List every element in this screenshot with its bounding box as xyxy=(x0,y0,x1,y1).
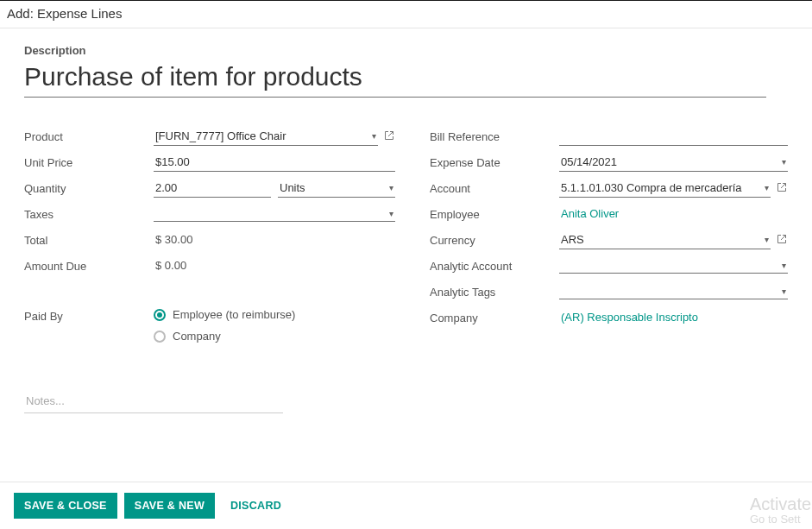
product-row: Product [FURN_7777] Office Chair ▾ xyxy=(24,125,395,148)
account-select[interactable]: 5.1.1.01.030 Compra de mercadería ▾ xyxy=(559,179,771,198)
paid-by-row: Paid By Employee (to reimburse) Company xyxy=(24,308,395,351)
total-value: $ 30.00 xyxy=(154,231,194,249)
expense-date-value: 05/14/2021 xyxy=(561,155,617,168)
quantity-input[interactable] xyxy=(154,179,271,198)
bill-ref-row: Bill Reference xyxy=(430,125,788,148)
unit-price-row: Unit Price xyxy=(24,151,395,173)
currency-label: Currency xyxy=(430,234,559,247)
chevron-down-icon: ▾ xyxy=(389,183,393,192)
employee-link[interactable]: Anita Oliver xyxy=(559,205,620,223)
account-row: Account 5.1.1.01.030 Compra de mercaderí… xyxy=(430,177,788,199)
discard-button[interactable]: DISCARD xyxy=(222,493,290,519)
radio-checked-icon xyxy=(154,309,166,321)
quantity-row: Quantity Units ▾ xyxy=(24,177,395,199)
company-row: Company (AR) Responsable Inscripto xyxy=(430,306,788,329)
windows-activation-watermark: Activate Go to Sett xyxy=(750,494,812,526)
company-label: Company xyxy=(430,312,559,324)
taxes-label: Taxes xyxy=(24,208,154,221)
chevron-down-icon: ▾ xyxy=(782,261,786,270)
modal-title: Add: Expense Lines xyxy=(7,6,122,21)
chevron-down-icon: ▾ xyxy=(389,209,393,218)
analytic-account-select[interactable]: ▾ xyxy=(559,259,788,274)
watermark-line2: Go to Sett xyxy=(750,513,812,526)
product-value: [FURN_7777] Office Chair xyxy=(155,129,286,142)
analytic-tags-row: Analytic Tags ▾ xyxy=(430,280,788,303)
analytic-account-label: Analytic Account xyxy=(430,260,559,273)
modal-body: Description Product [FURN_7777] Office C… xyxy=(0,28,812,482)
expense-line-modal: Add: Expense Lines Description Product [… xyxy=(0,0,812,529)
external-link-icon[interactable] xyxy=(383,130,395,143)
expense-date-label: Expense Date xyxy=(430,156,559,169)
chevron-down-icon: ▾ xyxy=(372,131,376,141)
taxes-row: Taxes ▾ xyxy=(24,203,395,225)
save-close-button[interactable]: SAVE & CLOSE xyxy=(14,493,117,519)
bill-ref-label: Bill Reference xyxy=(430,130,559,143)
notes-input[interactable] xyxy=(24,391,283,413)
total-label: Total xyxy=(24,234,154,247)
chevron-down-icon: ▾ xyxy=(765,235,769,244)
product-label: Product xyxy=(24,130,154,143)
expense-date-input[interactable]: 05/14/2021 ▾ xyxy=(559,154,788,172)
modal-header: Add: Expense Lines xyxy=(0,1,812,28)
amount-due-label: Amount Due xyxy=(24,260,154,273)
paid-by-option-employee[interactable]: Employee (to reimburse) xyxy=(154,308,295,321)
company-link[interactable]: (AR) Responsable Inscripto xyxy=(559,309,700,326)
account-label: Account xyxy=(430,182,559,195)
uom-select[interactable]: Units ▾ xyxy=(278,179,395,198)
product-select[interactable]: [FURN_7777] Office Chair ▾ xyxy=(154,128,378,146)
analytic-account-row: Analytic Account ▾ xyxy=(430,255,788,277)
currency-select[interactable]: ARS ▾ xyxy=(559,231,771,249)
total-row: Total $ 30.00 xyxy=(24,229,395,251)
description-label: Description xyxy=(24,44,788,57)
chevron-down-icon: ▾ xyxy=(765,183,769,192)
taxes-select[interactable]: ▾ xyxy=(154,207,395,222)
save-new-button[interactable]: SAVE & NEW xyxy=(124,493,215,519)
analytic-tags-select[interactable]: ▾ xyxy=(559,285,788,299)
right-column: Bill Reference Expense Date 05/14/2021 ▾ xyxy=(430,125,788,413)
paid-by-option-company[interactable]: Company xyxy=(154,330,221,343)
chevron-down-icon: ▾ xyxy=(782,287,786,296)
radio-unchecked-icon xyxy=(154,331,166,343)
watermark-line1: Activate xyxy=(750,494,811,513)
external-link-icon[interactable] xyxy=(776,182,788,195)
paid-by-employee-label: Employee (to reimburse) xyxy=(173,308,295,321)
unit-price-input[interactable] xyxy=(154,154,395,172)
description-input[interactable] xyxy=(24,62,766,98)
bill-ref-input[interactable] xyxy=(559,128,788,146)
account-value: 5.1.1.01.030 Compra de mercadería xyxy=(561,181,742,194)
currency-value: ARS xyxy=(561,233,584,246)
analytic-tags-label: Analytic Tags xyxy=(430,286,559,299)
employee-row: Employee Anita Oliver xyxy=(430,203,788,225)
chevron-down-icon: ▾ xyxy=(782,157,786,167)
left-column: Product [FURN_7777] Office Chair ▾ Unit … xyxy=(24,125,395,413)
expense-date-row: Expense Date 05/14/2021 ▾ xyxy=(430,151,788,173)
uom-value: Units xyxy=(280,181,305,194)
unit-price-label: Unit Price xyxy=(24,156,154,169)
modal-footer: SAVE & CLOSE SAVE & NEW DISCARD Activate… xyxy=(0,482,812,529)
quantity-label: Quantity xyxy=(24,182,154,195)
form-columns: Product [FURN_7777] Office Chair ▾ Unit … xyxy=(24,125,788,413)
amount-due-value: $ 0.00 xyxy=(154,257,188,274)
employee-label: Employee xyxy=(430,208,559,221)
paid-by-company-label: Company xyxy=(173,330,221,343)
external-link-icon[interactable] xyxy=(776,234,788,247)
paid-by-label: Paid By xyxy=(24,308,154,323)
amount-due-row: Amount Due $ 0.00 xyxy=(24,255,395,277)
currency-row: Currency ARS ▾ xyxy=(430,229,788,251)
